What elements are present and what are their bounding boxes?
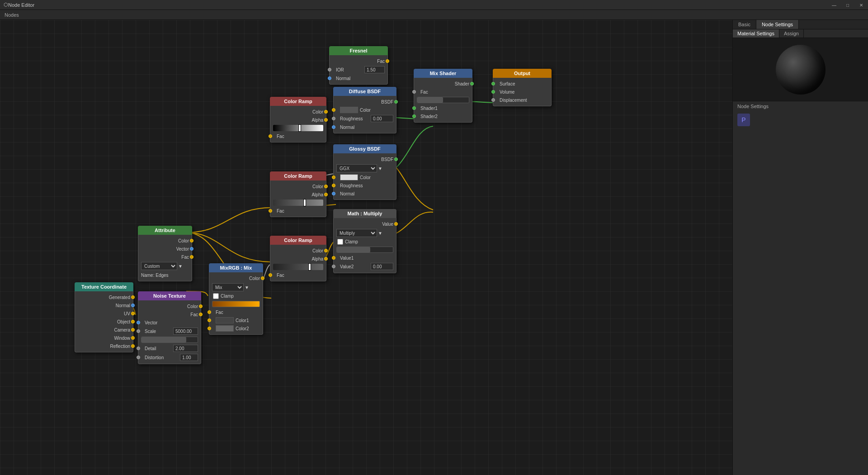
cr3-fac-socket[interactable] xyxy=(269,273,272,277)
math-value1-socket[interactable] xyxy=(332,256,335,260)
node-mixrgb[interactable]: MixRGB : Mix Color Mix ▼ Clamp xyxy=(209,263,263,335)
fresnel-fac-socket[interactable] xyxy=(386,59,389,63)
mixrgb-clamp-checkbox[interactable] xyxy=(213,293,219,299)
output-displacement-socket[interactable] xyxy=(491,98,495,102)
cr3-color-out-socket[interactable] xyxy=(324,249,328,252)
tc-window-socket[interactable] xyxy=(131,336,135,340)
cr1-gradient-bar[interactable] xyxy=(273,125,323,131)
panel-tab-node-settings[interactable]: Node Settings xyxy=(756,20,799,29)
math-value2-socket[interactable] xyxy=(332,265,335,268)
node-diffuse-bsdf[interactable]: Diffuse BSDF BSDF Color Roughness xyxy=(333,87,396,133)
fresnel-ior-socket[interactable] xyxy=(328,68,331,71)
tc-uv-row: UV xyxy=(75,309,133,318)
minimize-button[interactable]: — xyxy=(827,0,841,10)
mixrgb-fac-slider xyxy=(209,300,263,308)
tc-normal-socket[interactable] xyxy=(131,304,135,307)
maximize-button[interactable]: □ xyxy=(841,0,854,10)
panel-tab-basic[interactable]: Basic xyxy=(733,20,756,29)
attr-type-dropdown[interactable]: Custom xyxy=(141,262,177,270)
math-clamp-checkbox[interactable] xyxy=(337,239,343,245)
nt-fac-out-socket[interactable] xyxy=(199,313,203,316)
glossy-bsdf-out-socket[interactable] xyxy=(394,157,398,161)
attr-color-socket[interactable] xyxy=(190,239,193,242)
attr-vector-socket[interactable] xyxy=(190,247,193,251)
cr2-alpha-out-socket[interactable] xyxy=(324,193,328,196)
diffuse-roughness-socket[interactable] xyxy=(332,117,335,120)
nt-vector-socket[interactable] xyxy=(137,321,140,324)
node-canvas[interactable]: Texture Coordinate Generated Normal UV O… xyxy=(0,20,732,475)
cr2-handle[interactable] xyxy=(303,199,306,206)
tc-object-socket[interactable] xyxy=(131,320,135,323)
diffuse-normal-socket[interactable] xyxy=(332,125,335,129)
cr1-color-out-socket[interactable] xyxy=(324,110,328,114)
cr2-gradient-bar[interactable] xyxy=(273,200,323,206)
node-mix-shader-header: Mix Shader xyxy=(414,69,472,78)
cr3-alpha-out-socket[interactable] xyxy=(324,257,328,261)
mix-fac-socket[interactable] xyxy=(412,90,416,94)
close-button[interactable]: ✕ xyxy=(854,0,868,10)
panel-sub-tab-assign[interactable]: Assign xyxy=(779,29,804,38)
nt-detail-input[interactable] xyxy=(173,345,198,352)
nt-scale-socket[interactable] xyxy=(137,329,140,333)
cr3-gradient-bar[interactable] xyxy=(273,264,323,270)
math-value-out-socket[interactable] xyxy=(394,222,398,226)
mix-shader1-socket[interactable] xyxy=(412,106,416,110)
mixrgb-fac-socket[interactable] xyxy=(208,310,211,314)
nt-detail-socket[interactable] xyxy=(137,347,140,350)
glossy-normal-socket[interactable] xyxy=(332,192,335,195)
glossy-roughness-socket[interactable] xyxy=(332,184,335,187)
node-math-multiply[interactable]: Math : Multiply Value Multiply ▼ Clamp xyxy=(333,209,396,273)
nt-color-out-socket[interactable] xyxy=(199,304,203,308)
tc-camera-socket[interactable] xyxy=(131,328,135,332)
math-operation-dropdown[interactable]: Multiply xyxy=(336,229,377,237)
diffuse-roughness-input[interactable] xyxy=(371,115,393,122)
diffuse-bsdf-out-socket[interactable] xyxy=(394,100,398,104)
glossy-color-preview xyxy=(340,174,358,180)
mix-shader-out-socket[interactable] xyxy=(470,82,474,86)
mixrgb-clamp-row: Clamp xyxy=(209,292,263,300)
nt-scale-input[interactable] xyxy=(173,328,198,335)
cr1-handle[interactable] xyxy=(298,124,301,132)
math-value2-input[interactable] xyxy=(371,263,393,270)
mixrgb-color2-socket[interactable] xyxy=(208,327,211,330)
glossy-distribution-dropdown[interactable]: GGX xyxy=(336,164,377,172)
output-volume-socket[interactable] xyxy=(491,90,495,94)
cr2-color-out-socket[interactable] xyxy=(324,185,328,188)
tc-object-row: Object xyxy=(75,318,133,326)
tc-window-row: Window xyxy=(75,334,133,342)
nt-distortion-socket[interactable] xyxy=(137,356,140,359)
cr1-fac-socket[interactable] xyxy=(269,134,272,138)
node-noise-texture[interactable]: Noise Texture Color Fac Vector Scale xyxy=(138,291,201,364)
mix-shader2-socket[interactable] xyxy=(412,114,416,118)
node-texture-coordinate[interactable]: Texture Coordinate Generated Normal UV O… xyxy=(75,282,133,352)
glossy-color-socket[interactable] xyxy=(332,176,335,179)
node-glossy-bsdf[interactable]: Glossy BSDF BSDF GGX ▼ Color xyxy=(333,144,396,200)
nt-distortion-row: Distortion xyxy=(138,353,201,362)
attr-fac-socket[interactable] xyxy=(190,255,193,259)
node-type-icon[interactable]: P xyxy=(737,114,750,126)
cr3-color-out: Color xyxy=(270,247,326,255)
node-color-ramp-1[interactable]: Color Ramp Color Alpha Fac xyxy=(270,97,326,142)
cr3-handle[interactable] xyxy=(308,263,311,271)
node-attribute[interactable]: Attribute Color Vector Fac Custom xyxy=(138,226,192,281)
nt-distortion-input[interactable] xyxy=(180,354,198,361)
node-mix-shader[interactable]: Mix Shader Shader Fac Shader1 xyxy=(414,69,472,123)
diffuse-normal-row: Normal xyxy=(334,123,396,131)
mixrgb-operation-dropdown[interactable]: Mix xyxy=(212,283,244,291)
mixrgb-color-out-socket[interactable] xyxy=(261,276,264,280)
cr1-alpha-out-socket[interactable] xyxy=(324,118,328,122)
output-surface-socket[interactable] xyxy=(491,82,495,86)
mixrgb-color1-socket[interactable] xyxy=(208,318,211,322)
node-fresnel[interactable]: Fresnel Fac IOR Normal xyxy=(329,46,388,85)
panel-sub-tab-material[interactable]: Material Settings xyxy=(733,29,779,38)
tc-reflection-socket[interactable] xyxy=(131,344,135,348)
fresnel-normal-socket[interactable] xyxy=(328,76,331,80)
node-color-ramp-2[interactable]: Color Ramp Color Alpha Fac xyxy=(270,171,326,217)
cr2-fac-socket[interactable] xyxy=(269,209,272,213)
node-color-ramp-3[interactable]: Color Ramp Color Alpha Fac xyxy=(270,236,326,281)
fresnel-ior-input[interactable] xyxy=(364,66,385,73)
diffuse-color-socket[interactable] xyxy=(332,108,335,112)
tc-generated-socket[interactable] xyxy=(131,295,135,299)
tc-uv-socket[interactable] xyxy=(131,312,135,315)
node-output[interactable]: Output Surface Volume Displacement xyxy=(493,69,552,106)
